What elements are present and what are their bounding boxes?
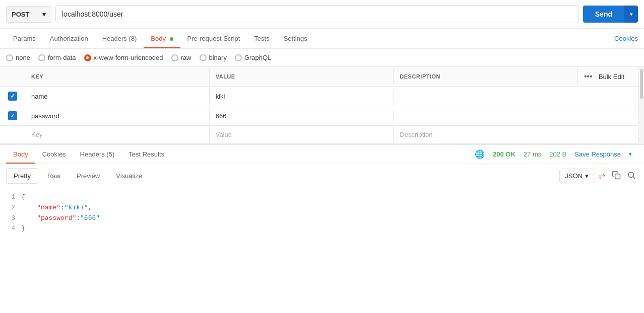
row-1-check[interactable] (0, 87, 25, 106)
resp-tab-headers[interactable]: Headers (5) (73, 145, 122, 164)
table-content: KEY VALUE DESCRIPTION ••• Bulk Edit name… (0, 67, 638, 144)
svg-point-1 (628, 172, 634, 178)
tab-prerequest[interactable]: Pre-request Script (180, 29, 247, 48)
cookies-link[interactable]: Cookies (614, 29, 638, 48)
header-check-col (0, 71, 25, 82)
checkbox-name[interactable] (8, 92, 17, 101)
status-badge: 200 OK (493, 150, 516, 158)
radio-form-data (38, 54, 45, 61)
tab-body[interactable]: Body (144, 29, 180, 48)
table-scrollbar[interactable] (638, 67, 644, 144)
body-active-dot (170, 37, 173, 41)
radio-none (6, 54, 13, 61)
header-key: KEY (25, 68, 209, 85)
method-label: POST (12, 11, 29, 18)
fmt-tab-raw[interactable]: Raw (40, 169, 68, 183)
row-1-value[interactable]: kiki (209, 88, 394, 105)
checkbox-password[interactable] (8, 111, 17, 120)
url-input[interactable] (55, 5, 579, 23)
body-type-urlencoded[interactable]: x-www-form-urlencoded (84, 54, 163, 61)
send-btn-group: Send ▾ (583, 6, 638, 23)
response-section: Body Cookies Headers (5) Test Results 🌐 … (0, 144, 644, 238)
language-selector[interactable]: JSON ▾ (559, 169, 594, 183)
tab-params[interactable]: Params (6, 29, 43, 48)
save-response-button[interactable]: Save Response (574, 150, 621, 158)
row-2-desc[interactable] (393, 111, 577, 121)
code-line-2: 2 "name" : "kiki" , (0, 203, 644, 213)
search-icon[interactable] (625, 169, 638, 184)
table-row: name kiki (0, 87, 638, 106)
method-chevron-icon: ▾ (42, 11, 46, 18)
bulk-edit-button[interactable]: Bulk Edit (599, 73, 624, 81)
radio-binary (200, 54, 207, 61)
globe-icon: 🌐 (475, 149, 485, 159)
response-time: 27 ms (524, 150, 541, 158)
params-table: KEY VALUE DESCRIPTION ••• Bulk Edit name… (0, 67, 644, 144)
empty-value[interactable]: Value (209, 126, 394, 143)
row-2-key[interactable]: password (25, 107, 209, 125)
save-response-chevron-icon[interactable]: ▾ (629, 151, 632, 158)
body-type-binary[interactable]: binary (200, 54, 227, 61)
resp-tab-test-results[interactable]: Test Results (121, 145, 171, 164)
empty-check (0, 130, 25, 140)
response-size: 202 B (549, 150, 566, 158)
code-line-3: 3 "password" : "666" (0, 213, 644, 224)
table-row-empty: Key Value Description (0, 126, 638, 144)
radio-urlencoded (84, 54, 91, 61)
row-1-key[interactable]: name (25, 88, 209, 105)
empty-desc[interactable]: Description (393, 126, 577, 143)
svg-line-2 (633, 177, 634, 178)
send-dropdown-button[interactable]: ▾ (624, 6, 638, 23)
fmt-tab-visualize[interactable]: Visualize (109, 169, 149, 183)
header-actions: ••• Bulk Edit (577, 67, 638, 86)
resp-tab-cookies[interactable]: Cookies (35, 145, 73, 164)
body-type-selector: none form-data x-www-form-urlencoded raw… (0, 49, 644, 67)
body-type-none[interactable]: none (6, 54, 30, 61)
language-chevron-icon: ▾ (585, 172, 589, 180)
code-line-1: 1 { (0, 192, 644, 203)
resp-tab-body[interactable]: Body (6, 145, 35, 164)
copy-icon[interactable] (610, 169, 623, 184)
response-toolbar: Pretty Raw Preview Visualize JSON ▾ ⇌ (0, 164, 644, 188)
header-value: VALUE (209, 68, 394, 85)
send-button[interactable]: Send (583, 6, 624, 23)
code-line-4: 4 } (0, 223, 644, 234)
scroll-thumb (640, 69, 643, 99)
header-description: DESCRIPTION (393, 68, 577, 85)
row-1-desc[interactable] (393, 91, 577, 101)
response-tabs: Body Cookies Headers (5) Test Results 🌐 … (0, 145, 644, 164)
method-selector[interactable]: POST ▾ (6, 6, 51, 23)
tab-settings[interactable]: Settings (277, 29, 314, 48)
body-type-form-data[interactable]: form-data (38, 54, 76, 61)
empty-key[interactable]: Key (25, 126, 209, 143)
radio-graphql (235, 54, 242, 61)
radio-raw (171, 54, 178, 61)
fmt-tab-preview[interactable]: Preview (70, 169, 107, 183)
tab-authorization[interactable]: Authorization (43, 29, 95, 48)
row-2-check[interactable] (0, 106, 25, 125)
response-meta: 🌐 200 OK 27 ms 202 B Save Response ▾ (469, 149, 638, 159)
svg-rect-0 (615, 174, 620, 179)
table-header: KEY VALUE DESCRIPTION ••• Bulk Edit (0, 67, 638, 87)
request-tabs: Params Authorization Headers (8) Body Pr… (0, 29, 644, 49)
tab-headers[interactable]: Headers (8) (95, 29, 144, 48)
body-type-graphql[interactable]: GraphQL (235, 54, 271, 61)
tab-tests[interactable]: Tests (247, 29, 276, 48)
row-2-value[interactable]: 666 (209, 107, 394, 125)
more-options-icon[interactable]: ••• (584, 72, 593, 81)
table-row: password 666 (0, 106, 638, 126)
body-type-raw[interactable]: raw (171, 54, 191, 61)
response-code: 1 { 2 "name" : "kiki" , 3 "password" : "… (0, 188, 644, 238)
fmt-tab-pretty[interactable]: Pretty (6, 168, 38, 184)
wrap-text-icon[interactable]: ⇌ (596, 169, 608, 183)
top-bar: POST ▾ Send ▾ (0, 0, 644, 29)
